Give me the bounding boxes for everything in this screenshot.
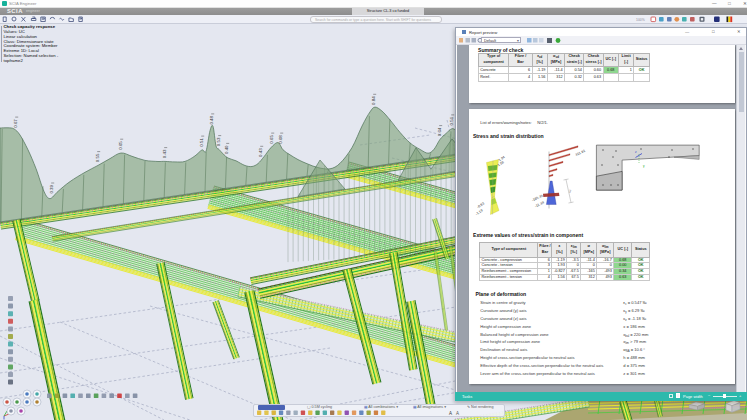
svg-text:A: A <box>449 411 452 416</box>
svg-text:A: A <box>456 411 459 416</box>
